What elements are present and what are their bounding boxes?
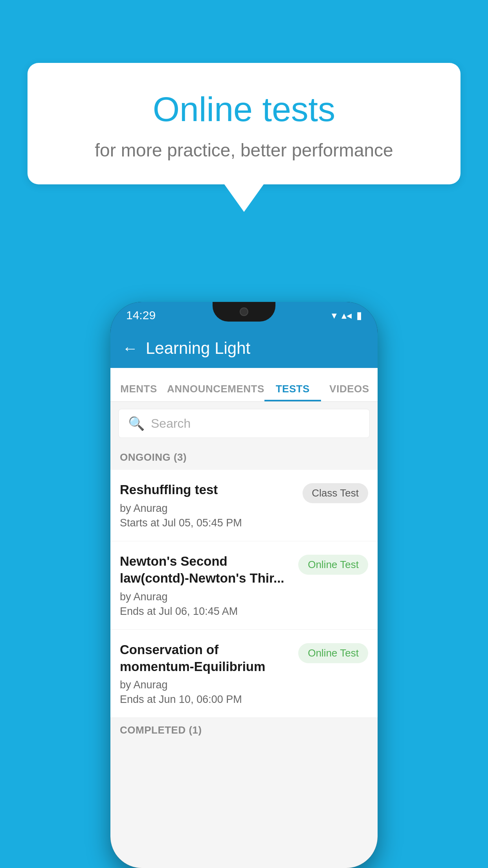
bubble-arrow xyxy=(224,184,264,212)
test-item-newton[interactable]: Newton's Second law(contd)-Newton's Thir… xyxy=(110,541,378,630)
test-author-3: by Anurag xyxy=(120,679,292,691)
test-author-2: by Anurag xyxy=(120,591,292,603)
tab-tests[interactable]: TESTS xyxy=(264,383,321,401)
search-placeholder: Search xyxy=(151,416,191,431)
bubble-subtitle: for more practice, better performance xyxy=(51,140,437,161)
phone-device: 14:29 ▾ ▴◂ ▮ ← Learning Light MENTS ANNO… xyxy=(110,302,378,868)
test-name-2: Newton's Second law(contd)-Newton's Thir… xyxy=(120,553,292,587)
test-badge-online-2: Online Test xyxy=(298,643,368,663)
test-date: Starts at Jul 05, 05:45 PM xyxy=(120,517,296,529)
test-name: Reshuffling test xyxy=(120,482,296,498)
test-name-3: Conservation of momentum-Equilibrium xyxy=(120,642,292,675)
test-badge-class: Class Test xyxy=(303,483,368,503)
test-date-3: Ends at Jun 10, 06:00 PM xyxy=(120,693,292,706)
app-title: Learning Light xyxy=(146,339,250,358)
test-item-content-3: Conservation of momentum-Equilibrium by … xyxy=(120,642,298,706)
test-list: Reshuffling test by Anurag Starts at Jul… xyxy=(110,470,378,718)
search-wrapper: 🔍 Search xyxy=(110,402,378,445)
tabs-bar: MENTS ANNOUNCEMENTS TESTS VIDEOS xyxy=(110,368,378,402)
phone-screen: MENTS ANNOUNCEMENTS TESTS VIDEOS 🔍 Searc… xyxy=(110,368,378,868)
test-item-content-2: Newton's Second law(contd)-Newton's Thir… xyxy=(120,553,298,618)
tab-ments[interactable]: MENTS xyxy=(110,383,167,401)
completed-section-header: COMPLETED (1) xyxy=(110,718,378,743)
test-item-reshuffling[interactable]: Reshuffling test by Anurag Starts at Jul… xyxy=(110,470,378,541)
search-bar[interactable]: 🔍 Search xyxy=(118,409,370,438)
app-header: ← Learning Light xyxy=(110,329,378,368)
wifi-icon: ▾ xyxy=(332,309,337,322)
status-time: 14:29 xyxy=(126,309,156,322)
bubble-title: Online tests xyxy=(51,90,437,129)
test-badge-online-1: Online Test xyxy=(298,555,368,575)
signal-icon: ▴◂ xyxy=(341,309,352,322)
front-camera xyxy=(240,307,248,316)
phone-frame: 14:29 ▾ ▴◂ ▮ ← Learning Light MENTS ANNO… xyxy=(110,302,378,868)
status-icons: ▾ ▴◂ ▮ xyxy=(332,309,362,322)
speech-bubble-card: Online tests for more practice, better p… xyxy=(28,63,460,184)
test-item-content: Reshuffling test by Anurag Starts at Jul… xyxy=(120,482,303,529)
test-item-conservation[interactable]: Conservation of momentum-Equilibrium by … xyxy=(110,630,378,718)
search-icon: 🔍 xyxy=(128,416,145,431)
ongoing-section-header: ONGOING (3) xyxy=(110,445,378,470)
phone-notch xyxy=(213,302,275,322)
back-button[interactable]: ← xyxy=(122,340,138,357)
tab-announcements[interactable]: ANNOUNCEMENTS xyxy=(167,383,264,401)
battery-icon: ▮ xyxy=(356,309,362,322)
test-date-2: Ends at Jul 06, 10:45 AM xyxy=(120,605,292,618)
speech-bubble-section: Online tests for more practice, better p… xyxy=(28,63,460,212)
tab-videos[interactable]: VIDEOS xyxy=(321,383,378,401)
test-author: by Anurag xyxy=(120,502,296,515)
